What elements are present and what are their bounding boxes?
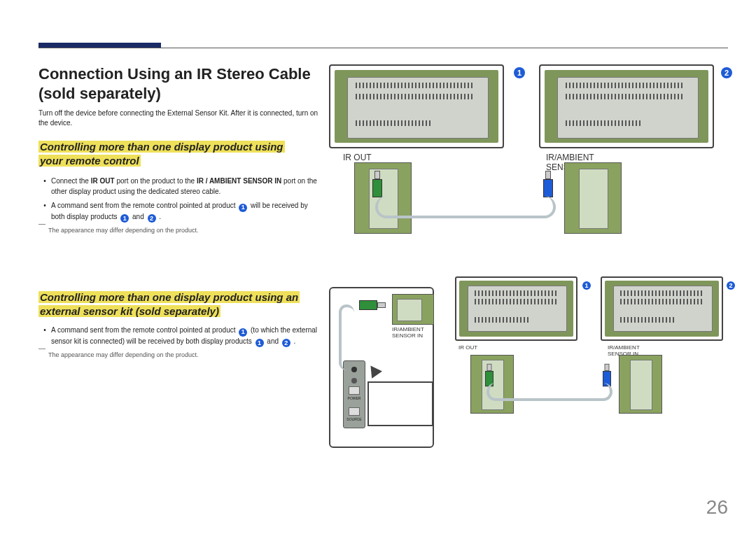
bullet-dot: •	[38, 325, 51, 347]
badge-1: 1	[512, 64, 526, 78]
external-sensor-device: POWER SOURCE	[343, 360, 365, 428]
display-1-rear	[329, 64, 504, 148]
badge-2-icon: 2	[721, 67, 732, 78]
label-ir-out: IR OUT	[343, 153, 372, 162]
badge-1-icon: 1	[255, 339, 264, 347]
display-2-rear	[539, 64, 714, 148]
diagram-external-sensor: IR/AMBIENT SENSOR IN POWER SOURCE 1	[329, 276, 728, 451]
port-slot-small-right	[619, 355, 662, 414]
sub1-l1: Controlling more than one display produc…	[38, 141, 285, 153]
subheading-external-kit: Controlling more than one display produc…	[38, 290, 300, 319]
bullets-section-2: • A command sent from the remote control…	[38, 325, 318, 358]
label-ir-in-small: IR/AMBIENT SENSOR IN	[392, 327, 424, 339]
badge-2: 2	[720, 64, 734, 78]
external-receiver-box	[368, 381, 433, 426]
badge-1-small: 1	[581, 276, 592, 290]
manual-page: { "page_number": "26", "title_line1": "C…	[0, 0, 756, 534]
jack-plug-blue-icon	[543, 171, 553, 197]
page-number: 26	[706, 496, 728, 519]
badge-2-icon: 2	[727, 281, 735, 290]
intro-text: Turn off the device before connecting th…	[38, 108, 318, 127]
bullet-dot: •	[38, 201, 51, 223]
bullet-text: Connect the IR OUT port on the product t…	[51, 176, 318, 197]
badge-1-icon: 1	[582, 281, 591, 290]
bullet-item: • A command sent from the remote control…	[38, 325, 318, 347]
sensor-port-block	[392, 294, 434, 325]
badge-1-icon: 1	[120, 214, 129, 223]
bullet-item: • A command sent from the remote control…	[38, 201, 318, 223]
bullet-item: • Connect the IR OUT port on the product…	[38, 176, 318, 197]
sub1-l2: your remote control	[38, 155, 141, 167]
footnote: The appearance may differ depending on t…	[38, 351, 318, 358]
sub2-l1: Controlling more than one display produc…	[38, 291, 300, 303]
title-l2: (sold separately)	[38, 85, 161, 102]
bullet-dot: •	[38, 176, 51, 197]
page-title: Connection Using an IR Stereo Cable (sol…	[38, 64, 311, 103]
footnote: The appearance may differ depending on t…	[38, 227, 318, 234]
subheading-remote: Controlling more than one display produc…	[38, 140, 285, 169]
label-ir-out-small: IR OUT	[458, 345, 477, 351]
jack-plug-green-icon	[359, 300, 386, 310]
sub2-l2: external sensor kit (sold separately)	[38, 305, 220, 317]
badge-2-small: 2	[725, 276, 736, 290]
badge-1-icon: 1	[239, 328, 247, 337]
bullet-text: A command sent from the remote control p…	[51, 325, 318, 347]
stereo-cable	[375, 196, 556, 218]
stereo-cable-small	[486, 383, 612, 401]
title-l1: Connection Using an IR Stereo Cable	[38, 65, 311, 83]
header-rule	[38, 48, 728, 48]
display-2-rear-small	[601, 276, 723, 341]
badge-1-icon: 1	[514, 67, 525, 78]
badge-1-icon: 1	[239, 204, 247, 212]
badge-2-icon: 2	[282, 339, 290, 347]
port-slot-right	[564, 162, 622, 234]
jack-plug-green-icon	[372, 171, 382, 197]
bullet-text: A command sent from the remote control p…	[51, 201, 318, 223]
bullets-section-1: • Connect the IR OUT port on the product…	[38, 176, 318, 234]
sensor-cable-segment	[339, 304, 354, 370]
display-1-rear-small	[455, 276, 578, 341]
header-accent	[38, 43, 161, 48]
badge-2-icon: 2	[148, 214, 156, 223]
diagram-ir-stereo: 1 2 IR OUT IR/AMBIENT SENSOR IN	[329, 64, 728, 222]
